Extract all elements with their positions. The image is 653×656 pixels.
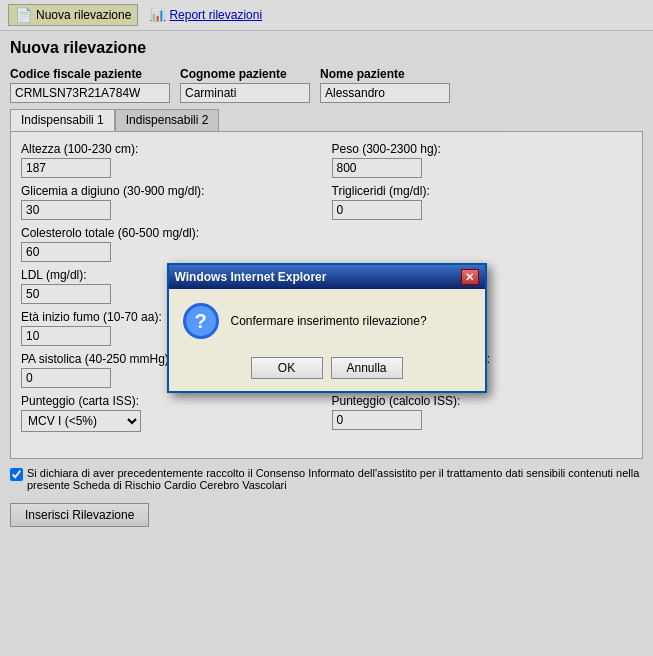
modal-question-icon: ? [183, 303, 219, 339]
modal-overlay: Windows Internet Explorer ✕ ? Confermare… [0, 0, 653, 656]
modal-message: Confermare inserimento rilevazione? [231, 314, 427, 328]
modal-close-button[interactable]: ✕ [461, 269, 479, 285]
modal-title: Windows Internet Explorer [175, 270, 327, 284]
modal-cancel-button[interactable]: Annulla [331, 357, 403, 379]
modal-titlebar: Windows Internet Explorer ✕ [169, 265, 485, 289]
modal-ok-button[interactable]: OK [251, 357, 323, 379]
modal-dialog: Windows Internet Explorer ✕ ? Confermare… [167, 263, 487, 393]
modal-body: ? Confermare inserimento rilevazione? [169, 289, 485, 349]
modal-buttons: OK Annulla [169, 349, 485, 391]
